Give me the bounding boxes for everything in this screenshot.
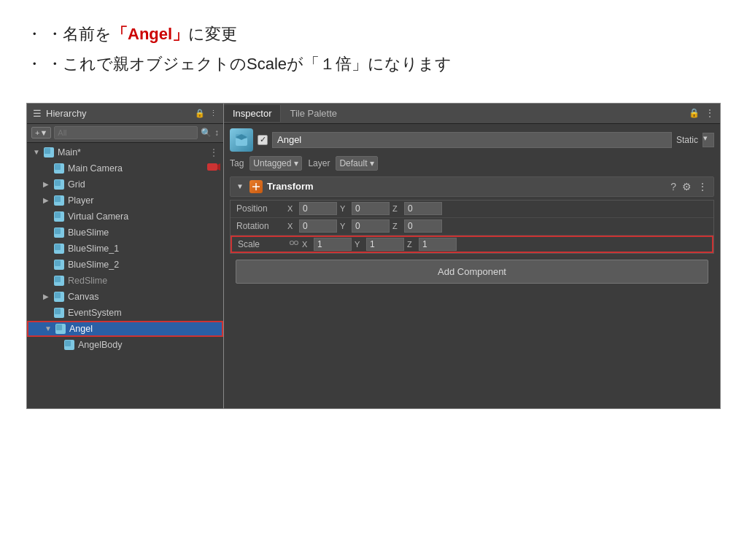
add-button[interactable]: +▼ <box>31 127 51 139</box>
svg-rect-15 <box>55 244 61 250</box>
inspector-tabs: Inspector Tile Palette 🔒 ⋮ <box>224 104 720 124</box>
tree-item-angel[interactable]: ▼ Angel <box>27 321 223 337</box>
virtual-camera-cube-icon <box>53 211 65 222</box>
angelbody-label: AngelBody <box>78 340 122 350</box>
object-name-row: ✓ Static ▾ <box>230 128 714 152</box>
search-input[interactable] <box>54 126 198 139</box>
position-x-input[interactable] <box>299 202 337 215</box>
tag-dropdown[interactable]: Untagged ▾ <box>249 156 302 171</box>
line1-suffix: に変更 <box>188 25 237 43</box>
inspector-panel: Inspector Tile Palette 🔒 ⋮ ✓ <box>224 104 720 408</box>
transform-component-icon <box>249 180 263 193</box>
position-row: Position X Y Z <box>231 201 713 218</box>
blueslime2-label: BlueSlime_2 <box>68 260 119 270</box>
line1-highlight: 「Angel」 <box>112 25 188 43</box>
camera-red-icon <box>207 162 220 174</box>
expand-arrow-main: ▼ <box>33 148 43 156</box>
layer-dropdown[interactable]: Default ▾ <box>336 156 378 171</box>
svg-rect-13 <box>55 228 61 234</box>
add-component-button[interactable]: Add Component <box>236 260 708 284</box>
scale-row: Scale X Y Z <box>231 236 713 253</box>
svg-rect-3 <box>55 164 61 170</box>
tree-item-virtual-camera[interactable]: Virtual Camera <box>27 209 223 225</box>
annotation-block: ・ ・名前を「Angel」に変更 ・ ・これで親オブジェクトのScaleが「１倍… <box>0 0 747 96</box>
virtual-camera-label: Virtual Camera <box>68 211 128 222</box>
tree-item-eventsystem[interactable]: EventSystem <box>27 305 223 321</box>
tag-label: Tag <box>230 158 244 168</box>
eventsystem-label: EventSystem <box>68 308 122 318</box>
rotation-y-label: Y <box>340 222 349 230</box>
scale-link-icon <box>289 238 299 250</box>
hierarchy-toolbar: +▼ 🔍 ↕ <box>27 124 223 143</box>
blueslime1-label: BlueSlime_1 <box>68 244 119 254</box>
tree-item-blueslime1[interactable]: BlueSlime_1 <box>27 241 223 257</box>
position-z-input[interactable] <box>404 202 442 215</box>
transform-title: Transform <box>267 181 666 192</box>
svg-rect-21 <box>55 292 61 298</box>
scale-x-label: X <box>302 240 311 249</box>
tab-tile-palette[interactable]: Tile Palette <box>281 105 346 122</box>
transform-fields: Position X Y Z Rotation X <box>230 200 714 254</box>
tree-item-angelbody[interactable]: AngelBody <box>27 337 223 353</box>
scale-y-input[interactable] <box>366 238 404 251</box>
tree-item-canvas[interactable]: ▶ Canvas <box>27 289 223 305</box>
tree-item-main-camera[interactable]: Main Camera <box>27 160 223 176</box>
transform-help-icon[interactable]: ? <box>670 181 676 192</box>
svg-rect-25 <box>56 324 62 330</box>
grid-label: Grid <box>68 179 85 190</box>
svg-rect-27 <box>65 341 71 346</box>
annotation-line-1: ・ ・名前を「Angel」に変更 <box>26 20 721 47</box>
hierarchy-menu-icon: ☰ <box>33 108 42 119</box>
main-camera-label: Main Camera <box>68 163 123 174</box>
layer-chevron-icon: ▾ <box>370 158 374 168</box>
hierarchy-content: ▼ Main* ⋮ Main Camera ▶ <box>27 143 223 408</box>
expand-arrow-player: ▶ <box>43 196 53 204</box>
search-icon: 🔍 <box>201 128 212 138</box>
rotation-xyz: X Y Z <box>287 219 708 233</box>
lock-icon[interactable]: 🔒 <box>195 109 205 118</box>
expand-arrow-angel: ▼ <box>44 324 55 332</box>
tree-item-main[interactable]: ▼ Main* ⋮ <box>27 144 223 160</box>
tab-inspector[interactable]: Inspector <box>224 105 281 122</box>
scale-x-input[interactable] <box>314 238 352 251</box>
scale-z-input[interactable] <box>419 238 457 251</box>
static-dropdown[interactable]: ▾ <box>703 133 714 147</box>
eventsystem-cube-icon <box>53 307 65 319</box>
transform-settings-icon[interactable]: ⚙ <box>682 181 692 192</box>
rotation-x-input[interactable] <box>299 219 337 233</box>
rotation-z-input[interactable] <box>404 219 442 233</box>
angel-label: Angel <box>69 324 93 334</box>
tree-item-player[interactable]: ▶ Player <box>27 192 223 209</box>
object-name-input[interactable] <box>272 132 672 148</box>
position-label: Position <box>236 203 287 214</box>
bullet-2: ・ <box>26 50 42 77</box>
inspector-more-icon[interactable]: ⋮ <box>705 108 714 118</box>
bullet-1: ・ <box>26 20 42 47</box>
player-label: Player <box>68 195 93 206</box>
tag-chevron-icon: ▾ <box>294 158 298 168</box>
object-3d-icon <box>230 128 253 152</box>
position-y-input[interactable] <box>352 202 390 215</box>
tree-item-blueslime[interactable]: BlueSlime <box>27 225 223 241</box>
rotation-z-label: Z <box>392 222 401 230</box>
tree-item-grid[interactable]: ▶ Grid <box>27 176 223 192</box>
canvas-cube-icon <box>53 291 65 303</box>
sort-icon[interactable]: ↕ <box>214 128 219 138</box>
rotation-label: Rotation <box>236 221 287 231</box>
svg-rect-17 <box>55 260 61 266</box>
position-z-label: Z <box>392 204 401 213</box>
tree-item-blueslime2[interactable]: BlueSlime_2 <box>27 257 223 273</box>
lock-inspector-icon[interactable]: 🔒 <box>689 108 700 118</box>
rotation-y-input[interactable] <box>352 219 390 233</box>
svg-point-34 <box>295 241 298 245</box>
rotation-x-label: X <box>287 222 296 230</box>
transform-expand-arrow: ▼ <box>236 182 245 190</box>
static-label: Static <box>676 135 698 145</box>
active-checkbox[interactable]: ✓ <box>258 135 268 145</box>
unity-editor: ☰ Hierarchy 🔒 ⋮ +▼ 🔍 ↕ ▼ Main* ⋮ <box>26 103 721 409</box>
main-options-icon[interactable]: ⋮ <box>209 147 219 158</box>
svg-point-33 <box>290 241 294 245</box>
tree-item-redslime[interactable]: RedSlime <box>27 273 223 289</box>
more-options-icon[interactable]: ⋮ <box>209 109 217 118</box>
transform-more-icon[interactable]: ⋮ <box>697 181 708 192</box>
